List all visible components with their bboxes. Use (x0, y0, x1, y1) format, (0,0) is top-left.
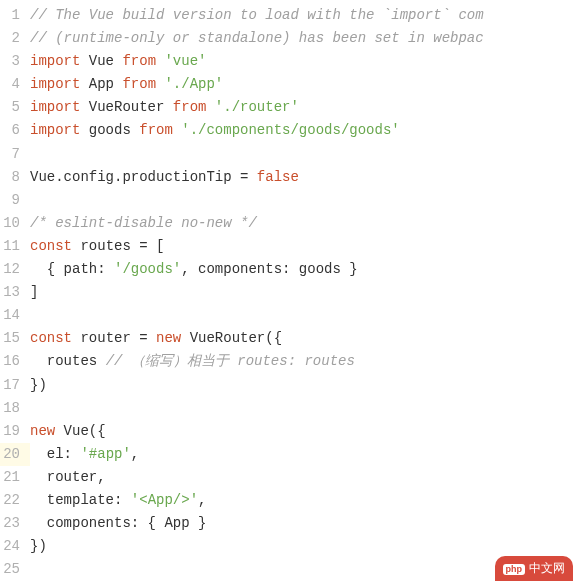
code-line: 21 router, (0, 466, 579, 489)
token: import (30, 122, 89, 138)
token: , (131, 446, 139, 462)
code-line: 20 el: '#app', (0, 443, 579, 466)
token: Vue({ (64, 423, 106, 439)
token: from (122, 53, 164, 69)
token: }) (30, 538, 47, 554)
line-number: 3 (0, 50, 30, 73)
token: el: (30, 446, 80, 462)
code-line: 13] (0, 281, 579, 304)
code-content: }) (30, 374, 47, 397)
code-line: 25 (0, 558, 579, 581)
code-content: ] (30, 281, 38, 304)
line-number: 5 (0, 96, 30, 119)
line-number: 8 (0, 166, 30, 189)
code-line: 14 (0, 304, 579, 327)
line-number: 23 (0, 512, 30, 535)
code-line: 3import Vue from 'vue' (0, 50, 579, 73)
token: routes (80, 238, 139, 254)
code-content: const routes = [ (30, 235, 164, 258)
token: ] (30, 284, 38, 300)
token: '#app' (80, 446, 130, 462)
code-content: import goods from './components/goods/go… (30, 119, 400, 142)
token: new (30, 423, 64, 439)
token: App (89, 76, 123, 92)
token: template: (30, 492, 131, 508)
line-number: 11 (0, 235, 30, 258)
code-line: 22 template: '<App/>', (0, 489, 579, 512)
token: , components: goods } (181, 261, 357, 277)
token: './router' (215, 99, 299, 115)
code-line: 5import VueRouter from './router' (0, 96, 579, 119)
code-content: }) (30, 535, 47, 558)
token: const (30, 330, 80, 346)
token: './components/goods/goods' (181, 122, 399, 138)
token: = (240, 169, 257, 185)
token: Vue (89, 53, 123, 69)
line-number: 7 (0, 143, 30, 166)
code-line: 4import App from './App' (0, 73, 579, 96)
code-content: // The Vue build version to load with th… (30, 4, 484, 27)
code-line: 11const routes = [ (0, 235, 579, 258)
line-number: 22 (0, 489, 30, 512)
code-content: import VueRouter from './router' (30, 96, 299, 119)
code-line: 2// (runtime-only or standalone) has bee… (0, 27, 579, 50)
code-line: 7 (0, 143, 579, 166)
token: from (122, 76, 164, 92)
line-number: 14 (0, 304, 30, 327)
code-content: Vue.config.productionTip = false (30, 166, 299, 189)
token: import (30, 53, 89, 69)
code-content: { path: '/goods', components: goods } (30, 258, 358, 281)
code-line: 23 components: { App } (0, 512, 579, 535)
line-number: 1 (0, 4, 30, 27)
token: './App' (164, 76, 223, 92)
token: // （缩写）相当于 routes: routes (106, 353, 355, 369)
token: , (198, 492, 206, 508)
line-number: 20 (0, 443, 30, 466)
code-line: 9 (0, 189, 579, 212)
code-line: 12 { path: '/goods', components: goods } (0, 258, 579, 281)
line-number: 6 (0, 119, 30, 142)
code-line: 16 routes // （缩写）相当于 routes: routes (0, 350, 579, 373)
token: components: { App } (30, 515, 206, 531)
token: router (80, 330, 139, 346)
code-content: new Vue({ (30, 420, 106, 443)
line-number: 10 (0, 212, 30, 235)
code-line: 8Vue.config.productionTip = false (0, 166, 579, 189)
token: from (139, 122, 181, 138)
line-number: 17 (0, 374, 30, 397)
token: import (30, 76, 89, 92)
token: goods (89, 122, 139, 138)
code-line: 6import goods from './components/goods/g… (0, 119, 579, 142)
line-number: 9 (0, 189, 30, 212)
line-number: 18 (0, 397, 30, 420)
code-content: router, (30, 466, 106, 489)
token: VueRouter({ (190, 330, 282, 346)
token: from (173, 99, 215, 115)
token: false (257, 169, 299, 185)
code-content: // (runtime-only or standalone) has been… (30, 27, 484, 50)
token: = [ (139, 238, 164, 254)
token: // The Vue build version to load with th… (30, 7, 484, 23)
code-content: import App from './App' (30, 73, 223, 96)
code-line: 10/* eslint-disable no-new */ (0, 212, 579, 235)
token: = (139, 330, 156, 346)
line-number: 4 (0, 73, 30, 96)
token: const (30, 238, 80, 254)
code-content: components: { App } (30, 512, 206, 535)
code-line: 18 (0, 397, 579, 420)
watermark-text: 中文网 (529, 559, 565, 579)
token: VueRouter (89, 99, 173, 115)
line-number: 2 (0, 27, 30, 50)
line-number: 13 (0, 281, 30, 304)
code-content: const router = new VueRouter({ (30, 327, 282, 350)
token: 'vue' (164, 53, 206, 69)
token: { path: (30, 261, 114, 277)
token: /* eslint-disable no-new */ (30, 215, 257, 231)
token: '<App/>' (131, 492, 198, 508)
line-number: 25 (0, 558, 30, 581)
token: import (30, 99, 89, 115)
code-content: import Vue from 'vue' (30, 50, 206, 73)
watermark-badge: php 中文网 (495, 556, 574, 581)
token: routes (30, 353, 106, 369)
code-content: /* eslint-disable no-new */ (30, 212, 257, 235)
